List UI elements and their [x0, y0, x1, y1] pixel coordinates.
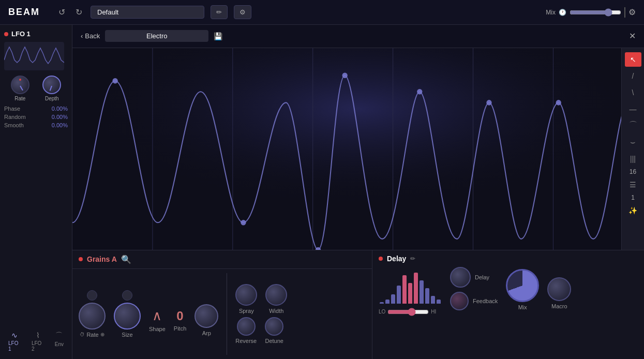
lfo2-wave-icon: ⌇ [36, 331, 40, 339]
rate-clock-icon: ⏱ [80, 332, 85, 337]
magic-tool-button[interactable]: ✨ [625, 203, 641, 218]
back-chevron-icon: ‹ [81, 32, 83, 40]
feedback-label: Feedback [473, 298, 498, 304]
lfo-active-dot [4, 32, 8, 36]
curve-up-button[interactable]: ⌒ [625, 118, 641, 133]
macro-label: Macro [551, 303, 567, 309]
grains-search-icon[interactable]: 🔍 [121, 255, 131, 264]
delay-main-controls: LO HI Delay Feedback [379, 267, 638, 316]
top-bar: BEAM ↺ ↻ ✏ ⚙ Mix 🕐 ⚙ [0, 0, 644, 25]
grains-active-dot [79, 257, 83, 261]
gear-button[interactable]: ⚙ [628, 7, 636, 17]
svg-point-13 [556, 100, 561, 106]
phase-label: Phase [4, 106, 20, 112]
lfo-waveform-svg [4, 42, 64, 70]
menu-tool-button[interactable]: ☰ [625, 177, 641, 192]
mix-slider[interactable] [570, 8, 621, 17]
pitch-display[interactable]: 0 [176, 309, 183, 323]
eq-bar-1 [385, 300, 390, 304]
delay-knob[interactable] [450, 267, 471, 288]
envelope-area: ↖ / \ — ⌒ ⌣ ||| 16 ☰ 1 ✨ [72, 48, 644, 250]
cycle-count: 1 [631, 194, 635, 201]
preset-input[interactable] [91, 6, 204, 19]
feedback-knob[interactable] [450, 292, 469, 310]
shape-ctrl-label: Shape [149, 326, 166, 332]
preset-name-input[interactable] [105, 30, 208, 42]
delay-panel: Delay ✏ LO HI [372, 250, 644, 359]
bars-tool-button[interactable]: ||| [625, 152, 641, 166]
delay-active-dot [379, 257, 383, 261]
save-preset-button[interactable]: 💾 [214, 32, 222, 40]
svg-point-12 [486, 100, 491, 106]
size-large-knob[interactable] [114, 303, 141, 330]
draw-line2-button[interactable]: \ [625, 85, 641, 100]
pitch-ctrl-label: Pitch [174, 325, 186, 332]
panel-separator [227, 273, 227, 355]
envelope-canvas[interactable] [72, 48, 644, 250]
rate-knob[interactable] [11, 76, 29, 94]
lfo-panel: LFO 1 Rate Depth Phase 0.00% [0, 25, 72, 359]
phase-row: Phase 0.00% [4, 104, 68, 113]
shape-placeholder [152, 295, 162, 306]
preset-bar: ‹ Back 💾 ✕ [72, 25, 644, 48]
eq-bar-3 [397, 286, 401, 304]
macro-group: Macro [547, 277, 571, 309]
random-row: Random 0.00% [4, 113, 68, 121]
eq-bar-0 [380, 302, 384, 304]
eq-bar-2 [391, 294, 395, 304]
pencil-button[interactable]: ✏ [211, 5, 228, 19]
delay-knobs-col: Delay Feedback [450, 267, 498, 310]
curve-down-button[interactable]: ⌣ [625, 135, 641, 149]
eq-bar-10 [437, 300, 441, 304]
size-top-indicator [122, 290, 132, 301]
pitch-control-group: 0 Pitch [174, 296, 186, 332]
tab-lfo2[interactable]: ⌇ LFO 2 [27, 329, 49, 354]
tab-lfo1[interactable]: ∿ LFO 1 [4, 329, 25, 354]
arp-control-group: Arp [194, 292, 218, 336]
rate-control-group: ⏱ Rate ⊕ [79, 290, 106, 338]
undo-button[interactable]: ↺ [56, 5, 67, 19]
shape-display[interactable]: ∧ [152, 308, 162, 324]
back-button[interactable]: ‹ Back [81, 32, 100, 40]
svg-point-8 [241, 220, 246, 226]
clock-icon: 🕐 [559, 9, 566, 16]
mix-area: Mix 🕐 ⚙ [546, 7, 636, 18]
tab-env[interactable]: ⌒ Env [51, 329, 68, 354]
reverse-detune-row: Reverse Detune [235, 317, 287, 344]
lfo2-tab-label: LFO 2 [32, 340, 44, 352]
flat-tool-button[interactable]: — [625, 102, 641, 116]
close-button[interactable]: ✕ [629, 31, 636, 41]
lfo-tabs: ∿ LFO 1 ⌇ LFO 2 ⌒ Env [4, 329, 68, 354]
eq-bars-container [379, 267, 442, 306]
delay-mix-group: Mix [506, 269, 539, 310]
rate-label: Rate [14, 96, 25, 101]
macro-knob[interactable] [547, 277, 571, 301]
eq-bar-4 [402, 275, 407, 304]
draw-line1-button[interactable]: / [625, 69, 641, 83]
depth-knob[interactable] [42, 76, 61, 94]
lfo1-tab-label: LFO 1 [8, 340, 21, 352]
redo-button[interactable]: ↻ [73, 5, 84, 19]
bars-count: 16 [630, 168, 636, 175]
pointer-tool-button[interactable]: ↖ [625, 52, 641, 67]
env-wave-icon: ⌒ [55, 331, 63, 340]
arp-large-knob[interactable] [194, 304, 218, 328]
delay-mix-knob[interactable] [506, 269, 539, 302]
svg-point-11 [417, 89, 422, 95]
sliders-button[interactable]: ⚙ [234, 5, 251, 19]
lo-hi-slider[interactable] [387, 308, 429, 316]
width-knob[interactable] [265, 284, 287, 306]
eq-bar-7 [420, 280, 424, 304]
width-group: Width [265, 284, 287, 314]
reverse-knob[interactable] [237, 317, 256, 336]
spray-knob[interactable] [235, 284, 257, 306]
grains-title: Grains A [87, 255, 117, 263]
rate-large-knob[interactable] [79, 303, 106, 330]
detune-knob[interactable] [265, 317, 283, 336]
delay-edit-icon[interactable]: ✏ [410, 255, 415, 262]
eq-bar-6 [414, 273, 418, 304]
eq-bar-8 [425, 288, 429, 304]
lfo-waveform [4, 42, 64, 70]
lfo-header: LFO 1 [4, 30, 68, 38]
rate-top-indicator [87, 290, 97, 301]
